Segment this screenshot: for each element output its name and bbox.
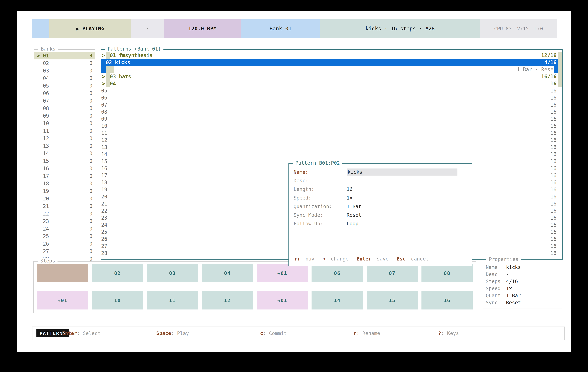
pattern-row-plain[interactable]: 08 16 [101,108,562,115]
hint-label: Keys [444,330,459,336]
step-cell-jump[interactable]: →01 [37,291,88,310]
pattern-number: 07 [101,102,107,108]
step-cell-normal[interactable]: 12 [202,291,253,310]
pattern-row-olive[interactable]: > 03 hats 16/16 [101,73,562,80]
field-value[interactable]: kicks [346,169,457,176]
property-row: Steps 4/16 [486,278,559,285]
bank-row[interactable]: 06 0 [34,90,95,97]
footer-key-hint: Enter: Select [32,324,101,342]
bank-row[interactable]: 24 0 [34,225,95,232]
field-value[interactable]: Reset [346,212,361,218]
step-cell-normal[interactable]: 10 [92,291,143,310]
banks-panel: Banks > 01 3 02 0 03 0 [34,49,95,273]
dialog-field-row[interactable]: Name: kicks [294,168,467,176]
bank-row[interactable]: 11 0 [34,127,95,135]
step-cell-normal[interactable]: 02 [92,264,143,282]
scrollbar-track [558,186,562,193]
bank-row[interactable]: 23 0 [34,218,95,225]
scrollbar-track [558,52,562,59]
bank-row[interactable]: 18 0 [34,180,95,187]
step-cell-normal[interactable]: 03 [147,264,198,282]
bank-number: 26 [43,241,49,247]
bank-number: 24 [43,226,49,232]
scrollbar-track [558,158,562,165]
bank-row[interactable]: 15 0 [34,157,95,165]
field-label: Quantization: [294,203,346,209]
bank-row[interactable]: 16 0 [34,165,95,172]
pattern-row-selected[interactable]: 02 kicks 4/16 [101,59,562,66]
pattern-number: 02 [106,60,112,65]
field-value[interactable]: Loop [346,221,358,227]
dialog-field-row[interactable]: Follow Up: Loop [294,219,467,228]
pattern-row-plain[interactable]: 05 16 [101,87,562,94]
bank-row[interactable]: 17 0 [34,172,95,180]
step-cell-normal[interactable]: 08 [421,264,473,282]
bank-row[interactable]: 19 0 [34,187,95,195]
step-cell-normal[interactable]: 06 [312,264,363,282]
pattern-step-count: 16 [550,109,558,115]
bank-pattern-count: 0 [89,226,92,232]
bank-row[interactable]: 20 0 [34,195,95,202]
step-cell-normal[interactable]: 16 [421,291,473,310]
pattern-row-plain[interactable]: 12 16 [101,137,562,144]
pattern-row-plain[interactable]: 14 16 [101,151,562,158]
pattern-row-plain[interactable]: 13 16 [101,144,562,151]
pattern-step-count: 16 [550,222,558,228]
scrollbar-track [558,130,562,137]
bank-number: 21 [43,203,49,209]
step-cell-jump[interactable]: →01 [257,291,308,310]
hint-separator: : [357,330,359,336]
dialog-field-row[interactable]: Length: 16 [294,185,467,193]
bank-row[interactable]: 13 0 [34,142,95,150]
step-cell-normal[interactable]: 07 [367,264,418,282]
step-cell-normal[interactable]: 11 [147,291,198,310]
hint-separator: : [263,330,266,336]
bank-row[interactable]: 02 0 [34,60,95,67]
property-value: Reset [506,300,521,305]
step-cell-jump[interactable]: →01 [257,264,308,282]
bank-row[interactable]: 22 0 [34,210,95,218]
step-cell-normal[interactable]: 14 [312,291,363,310]
bank-row[interactable]: 14 0 [34,150,95,157]
property-value: kicks [506,264,521,270]
pattern-row-olive[interactable]: > 04 16 [101,80,562,87]
bank-row[interactable]: 04 0 [34,74,95,82]
dialog-field-row[interactable]: Sync Mode: Reset [294,211,467,219]
bank-row[interactable]: 10 0 [34,120,95,127]
bank-row[interactable]: 12 0 [34,135,95,142]
bank-row[interactable]: 03 0 [34,67,95,74]
hint-label: Rename [359,330,380,336]
pattern-step-count: 16 [550,243,558,249]
pattern-row-plain[interactable]: 09 16 [101,115,562,122]
bank-number: 13 [43,143,49,149]
bank-row[interactable]: 09 0 [34,112,95,120]
pattern-row-plain[interactable]: 07 16 [101,101,562,108]
bank-row[interactable]: 25 0 [34,232,95,240]
dialog-field-row[interactable]: Desc: [294,176,467,185]
bank-row[interactable]: 05 0 [34,82,95,90]
screen: { "colors": { "selection_blue": "#0d6fd6… [0,0,588,372]
pattern-row-plain[interactable]: 11 16 [101,130,562,137]
bank-pattern-count: 0 [89,203,92,209]
pattern-step-count: 4/16 [544,60,558,65]
pattern-row-detail[interactable]: 1 Bar · Reset [101,66,562,73]
step-cell-normal[interactable]: 15 [367,291,418,310]
bank-row[interactable]: 27 0 [34,248,95,255]
bank-number: 20 [43,196,49,202]
field-value[interactable]: 1x [346,195,353,201]
pattern-row-plain[interactable]: 06 16 [101,94,562,101]
field-value[interactable]: 16 [346,186,353,192]
field-value[interactable]: 1 Bar [346,203,361,209]
bank-number: 03 [43,68,49,74]
bank-row[interactable]: > 01 3 [34,52,95,60]
dialog-field-row[interactable]: Speed: 1x [294,193,467,202]
bank-row[interactable]: 21 0 [34,202,95,210]
pattern-row-olive[interactable]: > 01 fmsynthesis 12/16 [101,52,562,59]
step-cell-normal[interactable]: 04 [202,264,253,282]
step-cell-active[interactable] [37,264,88,282]
dialog-field-row[interactable]: Quantization: 1 Bar [294,202,467,211]
bank-row[interactable]: 07 0 [34,97,95,105]
bank-row[interactable]: 08 0 [34,105,95,112]
bank-row[interactable]: 26 0 [34,240,95,248]
pattern-row-plain[interactable]: 10 16 [101,122,562,130]
